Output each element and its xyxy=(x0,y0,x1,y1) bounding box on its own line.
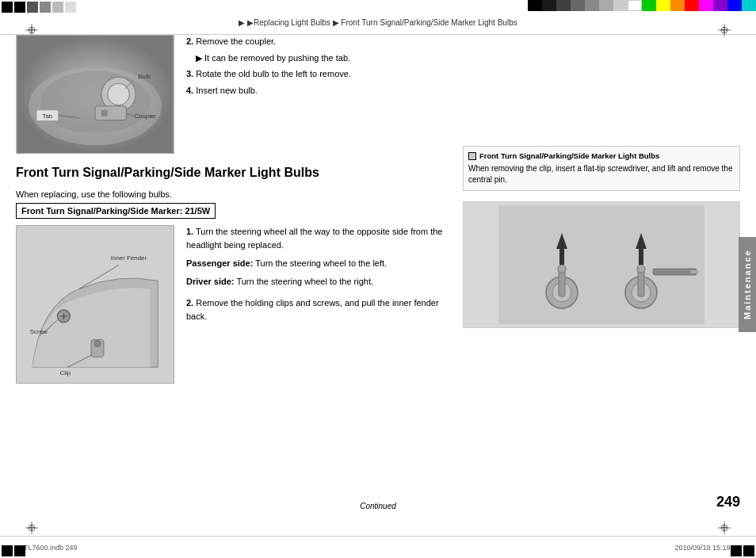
step-1-label: 1. Turn the steering wheel all the way t… xyxy=(186,225,444,252)
step-3: 3. Rotate the old bulb to the left to re… xyxy=(186,67,444,81)
svg-text:Clip: Clip xyxy=(59,369,71,376)
swatch-purple xyxy=(713,0,727,11)
svg-point-10 xyxy=(108,83,130,105)
continued-text: Continued xyxy=(360,502,396,510)
note-checkbox-icon xyxy=(468,152,476,160)
crosshair-bottom-left xyxy=(24,520,40,536)
svg-point-36 xyxy=(558,265,566,273)
svg-rect-46 xyxy=(691,270,699,273)
step-2-label: 2. Remove the coupler. xyxy=(186,35,444,48)
note-body-text: When removing the clip, insert a flat-ti… xyxy=(468,163,735,185)
left-column: Tab Bulb Coupler 2. Remove the coupler. … xyxy=(16,35,444,534)
svg-point-26 xyxy=(94,341,101,347)
crosshair-bottom-right xyxy=(716,520,732,536)
svg-point-5 xyxy=(721,27,727,33)
svg-text:Coupler: Coupler xyxy=(134,113,156,120)
driver-side: Driver side: Turn the steering wheel to … xyxy=(186,275,444,289)
spec-box: Front Turn Signal/Parking/Side Marker: 2… xyxy=(16,203,216,219)
swatch-blue xyxy=(727,0,742,11)
maintenance-tab-container: Maintenance xyxy=(739,237,756,332)
right-note-box: Front Turn Signal/Parking/Side Marker Li… xyxy=(463,146,740,191)
svg-text:Inner Fender: Inner Fender xyxy=(111,254,147,262)
swatch-white xyxy=(628,0,642,11)
bottom-step-text: 1. Turn the steering wheel all the way t… xyxy=(186,225,444,327)
inner-fender-image: Screw Inner Fender Clip xyxy=(16,225,174,384)
registration-marks-bottom-left xyxy=(0,544,27,558)
main-content: Tab Bulb Coupler 2. Remove the coupler. … xyxy=(16,35,740,534)
svg-rect-12 xyxy=(101,110,108,117)
swatch-2 xyxy=(556,0,571,11)
svg-rect-44 xyxy=(639,249,643,265)
step-2-sub: It can be removed by pushing the tab. xyxy=(186,52,444,65)
maintenance-tab: Maintenance xyxy=(739,237,756,332)
svg-text:Screw: Screw xyxy=(30,328,48,335)
section-title: Front Turn Signal/Parking/Side Marker Li… xyxy=(16,166,319,180)
swatch-green xyxy=(642,0,656,11)
header-text: Replacing Light Bulbs ▶ Front Turn Signa… xyxy=(254,18,517,27)
note-title-text: Front Turn Signal/Parking/Side Marker Li… xyxy=(479,151,659,160)
svg-point-49 xyxy=(29,525,35,531)
swatch-4 xyxy=(585,0,599,11)
swatch-magenta xyxy=(699,0,713,11)
svg-point-2 xyxy=(29,27,35,33)
swatch-yellow xyxy=(656,0,670,11)
svg-rect-11 xyxy=(95,106,126,120)
swatch-5 xyxy=(599,0,613,11)
page-footer: 31TL7600.indb 249 2010/09/10 15:19:47 xyxy=(0,536,756,558)
svg-text:Tab: Tab xyxy=(42,113,52,120)
svg-rect-38 xyxy=(559,249,564,265)
svg-point-52 xyxy=(721,525,727,531)
svg-rect-45 xyxy=(653,269,697,275)
section-subtitle: When replacing, use the following bulbs. xyxy=(16,189,172,199)
top-step-text: 2. Remove the coupler. It can be removed… xyxy=(186,35,444,100)
step-4: 4. Insert new bulb. xyxy=(186,84,444,97)
swatch-cyan xyxy=(742,0,756,11)
swatch-black xyxy=(528,0,542,11)
swatch-orange xyxy=(670,0,685,11)
page-header: ▶ ▶ Replacing Light Bulbs ▶ Front Turn S… xyxy=(0,11,756,35)
passenger-side: Passenger side: Turn the steering wheel … xyxy=(186,257,444,270)
swatch-1 xyxy=(542,0,556,11)
step-2-bottom: 2. Remove the holding clips and screws, … xyxy=(186,296,444,323)
color-swatches xyxy=(528,0,756,11)
header-arrows: ▶ ▶ xyxy=(239,18,254,27)
note-title: Front Turn Signal/Parking/Side Marker Li… xyxy=(468,151,735,160)
swatch-6 xyxy=(613,0,628,11)
registration-marks-bottom-right xyxy=(729,544,756,558)
page-number: 249 xyxy=(716,494,740,510)
swatch-3 xyxy=(571,0,585,11)
swatch-red xyxy=(685,0,699,11)
bulb-coupler-image: Tab Bulb Coupler xyxy=(16,35,174,154)
right-column: Front Turn Signal/Parking/Side Marker Li… xyxy=(463,35,740,534)
clip-removal-image xyxy=(463,201,740,328)
svg-rect-32 xyxy=(498,205,704,324)
svg-text:Bulb: Bulb xyxy=(138,73,151,80)
svg-point-42 xyxy=(637,265,645,273)
